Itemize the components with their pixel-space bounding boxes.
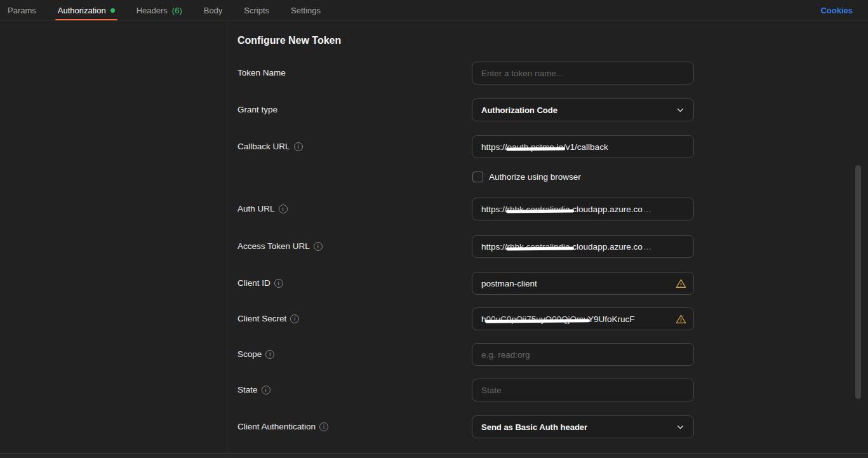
token-name-row: Token Name xyxy=(237,62,694,84)
auth-url-value: https://rhbk.centralindia.cloudapp.azure… xyxy=(481,205,651,214)
access-token-url-input[interactable]: https://rhbk.centralindia.cloudapp.azure… xyxy=(472,235,694,258)
client-id-label: Client ID i xyxy=(237,272,283,295)
scope-label: Scope i xyxy=(237,343,274,366)
tab-headers-label: Headers xyxy=(137,6,168,15)
redacted-text: rhbk.centralindia. xyxy=(507,242,573,252)
state-input[interactable] xyxy=(472,379,694,401)
tab-authorization-label: Authorization xyxy=(58,6,106,15)
chevron-down-icon xyxy=(676,106,684,114)
info-icon[interactable]: i xyxy=(314,242,323,251)
callback-url-label: Callback URL i xyxy=(237,135,303,158)
callback-url-value: https://oauth.pstmn.io/v1/callback xyxy=(481,142,608,152)
grant-type-row: Grant type Authorization Code xyxy=(237,98,694,121)
green-dot-icon xyxy=(110,8,115,13)
info-icon[interactable]: i xyxy=(262,386,270,394)
warning-icon[interactable] xyxy=(676,314,686,325)
chevron-down-icon xyxy=(676,423,684,431)
authorize-browser-checkbox[interactable] xyxy=(472,172,483,182)
tab-settings[interactable]: Settings xyxy=(290,0,322,21)
auth-url-label: Auth URL i xyxy=(237,198,288,220)
tab-settings-label: Settings xyxy=(291,6,321,15)
client-secret-value: h00uC0pOii75uyO00QjOmvY9UfoKrucF xyxy=(481,314,635,324)
client-authentication-label: Client Authentication i xyxy=(237,415,328,438)
bottom-divider xyxy=(0,453,868,458)
token-name-label: Token Name xyxy=(237,62,286,84)
vertical-scrollbar[interactable] xyxy=(855,165,861,399)
redacted-text: 00uC0pOii75uyO00QjOmv xyxy=(486,314,589,324)
state-row: State i xyxy=(237,379,694,401)
authorize-browser-row: Authorize using browser xyxy=(472,172,581,182)
access-token-url-value: https://rhbk.centralindia.cloudapp.azure… xyxy=(481,242,651,252)
callback-url-input[interactable]: https://oauth.pstmn.io/v1/callback xyxy=(472,135,694,158)
scope-row: Scope i xyxy=(237,343,694,366)
redacted-text: oauth.pstmn.io xyxy=(507,142,564,152)
info-icon[interactable]: i xyxy=(319,422,328,431)
authorization-pane: { "tabbar": { "tabs": [ { "label": "Para… xyxy=(0,0,868,458)
tab-scripts[interactable]: Scripts xyxy=(243,0,270,21)
page-title: Configure New Token xyxy=(237,35,341,46)
request-tabs: Params Authorization Headers (6) Body Sc… xyxy=(0,0,341,21)
info-icon[interactable]: i xyxy=(265,350,274,359)
grant-type-select[interactable]: Authorization Code xyxy=(472,98,694,121)
info-icon[interactable]: i xyxy=(290,314,299,323)
tab-headers[interactable]: Headers (6) xyxy=(135,0,184,21)
tab-authorization[interactable]: Authorization xyxy=(57,0,116,21)
client-secret-input[interactable]: h00uC0pOii75uyO00QjOmvY9UfoKrucF xyxy=(472,307,694,330)
active-tab-underline xyxy=(55,19,117,20)
access-token-url-row: Access Token URL i https://rhbk.centrali… xyxy=(237,235,694,258)
client-id-row: Client ID i postman-client xyxy=(237,272,694,295)
tab-body[interactable]: Body xyxy=(203,0,224,21)
request-tab-bar: Params Authorization Headers (6) Body Sc… xyxy=(0,0,868,21)
state-label: State i xyxy=(237,379,270,401)
tab-body-label: Body xyxy=(204,6,223,15)
client-secret-row: Client Secret i h00uC0pOii75uyO00QjOmvY9… xyxy=(237,307,694,330)
client-authentication-value: Send as Basic Auth header xyxy=(481,422,587,432)
client-authentication-row: Client Authentication i Send as Basic Au… xyxy=(237,415,694,438)
info-icon[interactable]: i xyxy=(279,205,288,213)
client-id-value: postman-client xyxy=(481,279,537,288)
scope-input[interactable] xyxy=(472,343,694,366)
cookies-link[interactable]: Cookies xyxy=(820,0,853,21)
callback-url-row: Callback URL i https://oauth.pstmn.io/v1… xyxy=(237,135,694,158)
client-authentication-select[interactable]: Send as Basic Auth header xyxy=(472,415,694,438)
access-token-url-label: Access Token URL i xyxy=(237,235,323,258)
tab-params[interactable]: Params xyxy=(6,0,37,21)
tab-params-label: Params xyxy=(8,6,36,15)
info-icon[interactable]: i xyxy=(294,142,303,151)
warning-icon[interactable] xyxy=(676,278,686,289)
redacted-text: rhbk.centralindia. xyxy=(507,205,573,214)
headers-count-badge: (6) xyxy=(172,6,182,15)
client-id-input[interactable]: postman-client xyxy=(472,272,694,295)
client-secret-label: Client Secret i xyxy=(237,307,299,330)
authorize-browser-label[interactable]: Authorize using browser xyxy=(489,172,581,182)
tab-scripts-label: Scripts xyxy=(244,6,269,15)
grant-type-label: Grant type xyxy=(237,98,277,121)
auth-url-row: Auth URL i https://rhbk.centralindia.clo… xyxy=(237,198,694,220)
info-icon[interactable]: i xyxy=(274,279,283,288)
pane-divider xyxy=(227,21,227,453)
auth-url-input[interactable]: https://rhbk.centralindia.cloudapp.azure… xyxy=(472,198,694,220)
grant-type-value: Authorization Code xyxy=(481,105,558,115)
token-name-input[interactable] xyxy=(472,62,694,84)
